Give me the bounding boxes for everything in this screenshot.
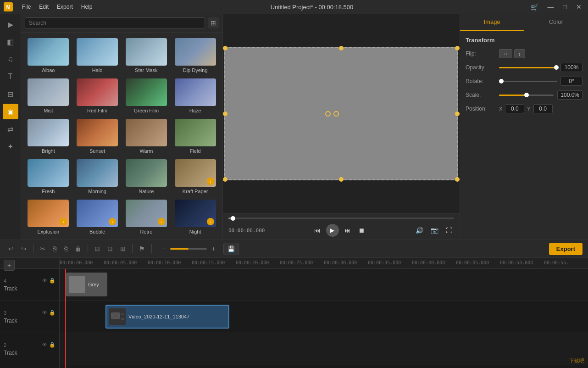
skip-forward-button[interactable]: ⏭ <box>343 226 353 235</box>
delete-button[interactable]: 🗑 <box>72 243 84 254</box>
crop-button[interactable]: ⊡ <box>105 243 116 254</box>
zoom-slider[interactable] <box>170 248 207 250</box>
handle-bl[interactable] <box>223 177 227 182</box>
menu-file[interactable]: File <box>18 3 34 11</box>
fullscreen-button[interactable]: ⛶ <box>444 226 454 235</box>
handle-tm[interactable] <box>339 46 344 50</box>
sidebar-item-template[interactable]: ⊟ <box>3 86 18 102</box>
sidebar-item-layers[interactable]: ◧ <box>3 34 18 50</box>
filter-item-bubble[interactable]: ↓Bubble <box>73 197 122 237</box>
filter-item-kraftpaper[interactable]: ↓Kraft Paper <box>171 156 220 197</box>
skip-back-button[interactable]: ⏮ <box>312 226 322 235</box>
track-4-lock-icon[interactable]: 🔒 <box>49 278 55 284</box>
maximize-button[interactable]: □ <box>560 2 570 11</box>
grid-view-button[interactable]: ⊞ <box>208 17 219 28</box>
copy-button[interactable]: ⎘ <box>50 243 59 254</box>
stop-button[interactable]: ⏹ <box>356 226 366 235</box>
handle-br[interactable] <box>455 177 460 182</box>
flag-button[interactable]: ⚑ <box>136 243 148 254</box>
playhead[interactable] <box>65 269 66 368</box>
menu-help[interactable]: Help <box>78 3 96 11</box>
zoom-out-button[interactable]: − <box>159 243 168 254</box>
split-button[interactable]: ⊟ <box>92 243 103 254</box>
export-button[interactable]: Export <box>549 243 582 255</box>
filter-item-field[interactable]: Field <box>171 116 220 156</box>
track-2-visibility-icon[interactable]: 👁 <box>42 342 47 348</box>
flip-horizontal-button[interactable]: ↔ <box>499 49 512 58</box>
main-content: ▶ ◧ ♫ T ⊟ ◉ ⇄ ✦ ⊞ AibaoHaloStar MaskDip … <box>0 14 588 240</box>
filter-item-dipdyeing[interactable]: Dip Dyeing <box>171 35 220 76</box>
clip-video[interactable]: Video_2020-12-11_113047 <box>105 305 229 329</box>
opacity-slider[interactable] <box>499 67 557 68</box>
filter-thumb-dipdyeing <box>175 38 216 66</box>
flip-vertical-button[interactable]: ↕ <box>514 49 525 58</box>
filter-item-night[interactable]: ↓Night <box>171 197 220 237</box>
track-3-visibility-icon[interactable]: 👁 <box>42 310 47 316</box>
filter-item-retro[interactable]: ↓Retro <box>122 197 171 237</box>
tab-color[interactable]: Color <box>524 14 588 31</box>
track-3-lock-icon[interactable]: 🔒 <box>49 310 55 316</box>
y-value[interactable]: 0.0 <box>533 104 553 113</box>
undo-button[interactable]: ↩ <box>6 243 17 254</box>
tab-image[interactable]: Image <box>460 14 524 31</box>
cart-icon[interactable]: 🛒 <box>528 2 541 11</box>
track-4-icons: 👁 🔒 <box>42 278 55 284</box>
filter-label-retro: Retro <box>140 229 152 234</box>
scale-handle[interactable] <box>524 93 529 97</box>
clip-grey[interactable]: Grey <box>66 273 107 296</box>
volume-button[interactable]: 🔊 <box>414 226 425 235</box>
track-2-lock-icon[interactable]: 🔒 <box>49 342 55 348</box>
search-input[interactable] <box>25 17 205 28</box>
scale-slider[interactable] <box>499 95 554 96</box>
close-button[interactable]: ✕ <box>573 2 584 11</box>
filter-item-fresh[interactable]: Fresh <box>24 156 73 197</box>
save-button[interactable]: 💾 <box>223 243 239 255</box>
redo-button[interactable]: ↪ <box>18 243 29 254</box>
filter-item-aibao[interactable]: Aibao <box>24 35 73 76</box>
zoom-in-button[interactable]: + <box>209 243 218 254</box>
filter-item-bright[interactable]: Bright <box>24 116 73 156</box>
filter-item-explosion[interactable]: ↓Explosion <box>24 197 73 237</box>
sidebar-item-transition[interactable]: ⇄ <box>3 121 18 137</box>
paste-button[interactable]: ⎗ <box>61 243 70 254</box>
rotate-handle[interactable] <box>499 79 504 84</box>
sidebar-item-media[interactable]: ▶ <box>3 17 18 32</box>
filter-item-haze[interactable]: Haze <box>171 76 220 116</box>
handle-tr[interactable] <box>455 46 460 50</box>
menu-export[interactable]: Export <box>53 3 77 11</box>
progress-handle[interactable] <box>231 216 235 221</box>
sidebar-item-filter[interactable]: ◉ <box>3 104 18 119</box>
handle-bm[interactable] <box>339 177 344 182</box>
filter-thumb-morning <box>77 159 118 187</box>
more-button[interactable]: ⊞ <box>117 243 128 254</box>
track-4-visibility-icon[interactable]: 👁 <box>42 278 47 284</box>
rotate-handle-left[interactable] <box>325 111 331 117</box>
filter-item-morning[interactable]: Morning <box>73 156 122 197</box>
handle-mr[interactable] <box>455 112 460 116</box>
minimize-button[interactable]: — <box>545 2 557 11</box>
menu-edit[interactable]: Edit <box>35 3 52 11</box>
progress-bar[interactable] <box>228 217 454 219</box>
scale-label: Scale: <box>466 92 495 98</box>
filter-item-mist[interactable]: Mist <box>24 76 73 116</box>
filter-item-nature[interactable]: Nature <box>122 156 171 197</box>
x-value[interactable]: 0.0 <box>505 104 524 113</box>
filter-item-starmask[interactable]: Star Mask <box>122 35 171 76</box>
filter-item-halo[interactable]: Halo <box>73 35 122 76</box>
handle-tl[interactable] <box>223 46 227 50</box>
rotate-slider[interactable] <box>499 81 557 82</box>
sidebar-item-text[interactable]: T <box>3 69 18 84</box>
rotate-handle-right[interactable] <box>333 111 339 117</box>
sidebar-item-audio[interactable]: ♫ <box>3 51 18 67</box>
filter-item-redfilm[interactable]: Red Film <box>73 76 122 116</box>
cut-button[interactable]: ✂ <box>37 243 48 254</box>
sidebar-item-effect[interactable]: ✦ <box>3 139 18 154</box>
opacity-handle[interactable] <box>554 65 559 70</box>
snapshot-button[interactable]: 📷 <box>429 226 440 235</box>
filter-item-greenfilm[interactable]: Green Film <box>122 76 171 116</box>
filter-item-sunset[interactable]: Sunset <box>73 116 122 156</box>
filter-item-warm[interactable]: Warm <box>122 116 171 156</box>
play-button[interactable]: ▶ <box>326 224 339 237</box>
handle-ml[interactable] <box>223 112 227 116</box>
track-label-3: 3 👁 🔒 Track <box>0 301 59 333</box>
